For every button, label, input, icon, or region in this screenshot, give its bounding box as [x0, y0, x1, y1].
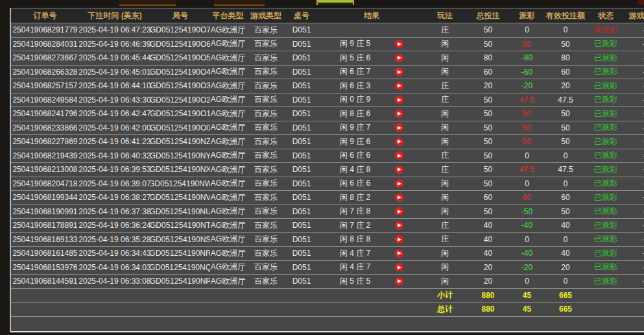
- result-text: 闲 6 庄 6: [340, 178, 370, 189]
- video-play-icon[interactable]: [395, 249, 403, 258]
- video-play-icon[interactable]: [395, 207, 403, 216]
- game-type: 百家乐: [246, 163, 286, 177]
- table-number: D051: [286, 275, 317, 288]
- bet-time: 2025-04-19 06:42:47: [79, 107, 150, 121]
- header-result: 结果: [317, 8, 426, 23]
- result-cell: 闲 0 庄 9: [317, 93, 426, 107]
- valid-bet: 40: [542, 247, 590, 260]
- valid-bet: 60: [542, 66, 590, 79]
- partial-button-2[interactable]: [214, 0, 265, 6]
- bet-time: 2025-04-19 06:45:44: [79, 51, 150, 65]
- video-play-icon[interactable]: [395, 110, 403, 118]
- bet-option: 闲: [426, 247, 464, 260]
- round-number: GD051254190O4: [150, 66, 210, 79]
- bet-option: 闲: [426, 107, 464, 121]
- video-play-icon[interactable]: [395, 221, 403, 230]
- result-text: 闲 7 庄 8: [340, 206, 370, 217]
- header-round-number: 局号: [150, 8, 210, 23]
- status-badge: 已派彩: [590, 233, 622, 247]
- result-text: 闲 4 庄 8: [340, 164, 370, 175]
- status-badge: 已派彩: [590, 261, 622, 275]
- bet-option: 庄: [426, 149, 464, 163]
- table-row: 250419068204718 2025-04-19 06:39:07 GD05…: [11, 177, 644, 191]
- order-number: 250419068284031: [11, 38, 79, 51]
- video-play-icon[interactable]: [395, 193, 403, 202]
- status-badge: 已派彩: [590, 163, 622, 177]
- bet-option: 庄: [426, 93, 464, 107]
- header-total-bet: 总投注: [464, 8, 512, 23]
- partial-button-selected[interactable]: [316, 0, 354, 5]
- result-cell: 闲 6 庄 3: [317, 79, 426, 93]
- total-bet: 40: [464, 219, 512, 232]
- order-number: 250419068219439: [11, 149, 79, 163]
- status-badge: 已派彩: [590, 79, 622, 93]
- table-row: 250419068161485 2025-04-19 06:34:43 GD05…: [11, 246, 644, 260]
- round-number: GD051254190NR: [150, 247, 210, 260]
- bet-option: 庄: [426, 23, 464, 37]
- table-row: 250419068241796 2025-04-19 06:42:47 GD05…: [11, 106, 644, 121]
- header-status: 状态: [590, 8, 622, 23]
- game-type: 百家乐: [246, 79, 286, 93]
- video-play-icon[interactable]: [395, 277, 403, 286]
- bet-time: 2025-04-19 06:35:28: [79, 233, 150, 247]
- round-number: GD051254190O3: [150, 79, 210, 93]
- game-type: 百家乐: [246, 93, 286, 107]
- total-bet: 80: [464, 51, 512, 65]
- subtotal-valid: 665: [542, 289, 590, 303]
- status-badge: 已派彩: [590, 38, 622, 51]
- grand-total-label: 总计: [426, 303, 464, 316]
- game-type: 百家乐: [246, 121, 286, 135]
- video-play-icon[interactable]: [395, 138, 403, 146]
- grand-total-row: 总计 880 45 665: [11, 302, 644, 316]
- partial-button-1[interactable]: [119, 0, 176, 6]
- status-badge: 已派彩: [590, 66, 622, 79]
- round-number: GD051254190NZ: [150, 135, 210, 149]
- game-type: 百家乐: [246, 107, 286, 121]
- video-play-icon[interactable]: [395, 68, 403, 76]
- payout-amount: -40: [512, 219, 542, 232]
- grand-total-valid: 665: [542, 303, 590, 316]
- result-cell: 闲 7 庄 8: [317, 205, 426, 219]
- valid-bet: 50: [542, 205, 590, 219]
- video-play-icon[interactable]: [395, 179, 403, 188]
- game-type: 百家乐: [246, 191, 286, 205]
- video-play-icon[interactable]: [395, 151, 403, 160]
- bet-option: 庄: [426, 233, 464, 247]
- header-valid-bet: 有效投注额: [542, 8, 590, 23]
- order-number: 250419068169133: [11, 233, 79, 247]
- game-result-dash: -: [622, 107, 644, 121]
- total-bet: 50: [464, 121, 512, 135]
- bet-time: 2025-04-19 06:42:00: [79, 121, 150, 135]
- video-play-icon[interactable]: [395, 235, 403, 243]
- valid-bet: 40: [542, 219, 590, 232]
- video-play-icon[interactable]: [395, 54, 403, 62]
- round-number: GD051254190O6: [150, 38, 210, 51]
- video-play-icon[interactable]: [395, 263, 403, 271]
- order-number: 250419068257157: [11, 79, 79, 93]
- status-badge: 已派彩: [590, 135, 622, 149]
- subtotal-total: 880: [464, 289, 512, 303]
- total-bet: 50: [464, 38, 512, 51]
- status-badge: 已派彩: [590, 149, 622, 163]
- table-number: D051: [286, 79, 317, 93]
- status-badge: 已派彩: [590, 275, 622, 288]
- status-badge: 未派彩: [590, 23, 622, 37]
- table-number: D051: [286, 121, 317, 135]
- table-row: 250419068219439 2025-04-19 06:40:32 GD05…: [11, 149, 644, 163]
- bet-time: 2025-04-19 06:39:53: [79, 163, 150, 177]
- bet-option: 庄: [426, 219, 464, 232]
- video-play-icon[interactable]: [395, 82, 403, 90]
- result-text: 闲 7 庄 2: [340, 220, 370, 231]
- platform-type: AG欧洲厅: [210, 219, 246, 232]
- video-play-icon[interactable]: [395, 166, 403, 174]
- video-play-icon[interactable]: [395, 123, 403, 132]
- total-bet: 20: [464, 275, 512, 288]
- game-type: 百家乐: [246, 205, 286, 219]
- status-badge: 已派彩: [590, 121, 622, 135]
- payout-amount: 60: [512, 191, 542, 205]
- payout-amount: -80: [512, 51, 542, 65]
- video-play-icon[interactable]: [395, 95, 403, 104]
- video-play-icon[interactable]: [395, 40, 403, 48]
- table-row: 250419068233866 2025-04-19 06:42:00 GD05…: [11, 121, 644, 135]
- valid-bet: 0: [542, 275, 590, 288]
